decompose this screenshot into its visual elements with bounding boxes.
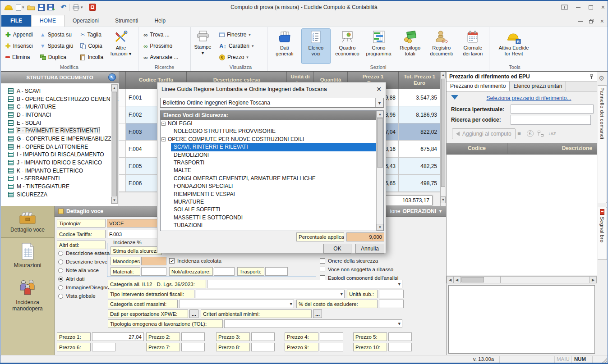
giornale-lavori-button[interactable]: Giornale dei lavori [458, 29, 487, 64]
tree-item[interactable]: I - IMPIANTO DI RISCALDAMENTO [8, 151, 119, 159]
prezzo4-field[interactable] [320, 332, 343, 341]
scroll-up-icon[interactable]: ▲ [441, 72, 446, 78]
tree-item[interactable]: SICUREZZA [8, 191, 119, 199]
tol-dropdown[interactable] [224, 319, 402, 328]
doc-restore-button[interactable] [589, 19, 594, 23]
sposta-su-button[interactable]: ▲Sposta su [38, 30, 76, 40]
scroll-thumb[interactable] [112, 92, 117, 196]
taglia-button[interactable]: ✂Taglia [78, 30, 106, 40]
incolla-button[interactable]: Incolla [78, 52, 106, 62]
prezzo8-field[interactable] [251, 343, 275, 351]
radio-note-alla-voce[interactable]: Note alla voce [58, 268, 99, 273]
combo-dropdown-icon[interactable]: ▼ [375, 98, 383, 107]
col-codice[interactable]: Codice [447, 143, 507, 155]
ok-button[interactable]: OK [323, 244, 351, 254]
prezzario-hscrollbar[interactable]: ◀ ◀ [447, 276, 501, 283]
list-item[interactable]: MASSETTI E SOTTOFONDI [161, 214, 376, 222]
percentuale-field[interactable]: 9,000 [346, 232, 384, 241]
scroll-left-icon2[interactable]: ◀ [454, 277, 461, 283]
ricerca-ipertestuale-input[interactable] [511, 105, 594, 114]
collapse-node-icon[interactable]: − [161, 122, 166, 126]
tab-operazioni[interactable]: Operazioni [64, 15, 107, 27]
costo-escludere-field[interactable] [379, 300, 404, 308]
close-button[interactable]: × [601, 4, 605, 10]
noli-field[interactable] [214, 267, 235, 276]
tree-item[interactable]: C - MURATURE [8, 103, 119, 111]
tab-help[interactable]: Help [146, 15, 174, 27]
prezzo-button[interactable]: €Prezzo▾ [217, 52, 256, 62]
doc-close-button[interactable]: × [600, 18, 604, 24]
scroll-right-icon[interactable]: ▶ [590, 277, 596, 283]
trasporti-field[interactable] [265, 267, 288, 276]
criteri-ambientali-button[interactable]: ... [313, 309, 322, 318]
tipo-intervento-dropdown[interactable] [196, 290, 345, 298]
riepilogo-totali-button[interactable]: Riepilogo totali [396, 29, 424, 64]
misurazioni-nav[interactable]: Misurazioni [1, 238, 54, 268]
price-coins-icon[interactable]: € [527, 130, 534, 137]
prezzario-hscrollbar-track[interactable]: ▶ [501, 276, 597, 283]
open-button[interactable] [27, 5, 35, 10]
tree-item-selected[interactable]: F - PAVIMENTI E RIVESTIMENTI [8, 127, 119, 135]
scroll-thumb[interactable] [461, 277, 484, 282]
onere-sicurezza-checkbox[interactable]: Onere della sicurezza [320, 258, 378, 264]
list-item[interactable]: −NOLEGGI [161, 120, 376, 127]
list-item[interactable]: MURATURE [161, 198, 376, 206]
save-button[interactable] [38, 4, 45, 11]
tree-item[interactable]: J - IMPIANTO IDRICO E SCARICO [8, 159, 119, 167]
quadro-economico-button[interactable]: Quadro economico [333, 29, 362, 64]
operazioni-bar[interactable]: ione OPERAZIONI ▼ [390, 208, 442, 214]
voce-non-soggetta-checkbox[interactable]: Voce non soggetta a ribasso [320, 267, 393, 272]
list-scrollbar[interactable]: ▲ ▼ [376, 111, 383, 231]
list-item[interactable]: −OPERE COMPIUTE PER NUOVE COSTRUZIONI ED… [161, 136, 376, 143]
prezzo3-field[interactable] [251, 332, 275, 341]
radio-vista-globale[interactable]: Vista globale [58, 293, 96, 299]
finestre-button[interactable]: Finestre▾ [217, 30, 256, 40]
maximize-button[interactable] [589, 5, 593, 9]
new-file-button[interactable]: ▾ [16, 4, 24, 11]
inserisci-button[interactable]: ✚Inserisci [3, 41, 35, 51]
list-item[interactable]: TRASPORTI [161, 159, 376, 167]
tree-item[interactable]: E - SOLAI [8, 119, 119, 127]
unita-sub-field[interactable] [379, 290, 404, 298]
tab-strumenti[interactable]: Strumenti [107, 15, 146, 27]
col-tot-prezzo1[interactable]: Tot. Prezzo 1 Euro [399, 72, 440, 89]
prezzo5-field[interactable] [388, 332, 412, 341]
manodopera-field[interactable] [141, 257, 166, 265]
prossimo-button[interactable]: ∞Prossimo [141, 41, 180, 51]
print-button[interactable]: ▾ [72, 4, 83, 11]
radio-immagine-disegno[interactable]: Immagine/Disegno [58, 285, 109, 290]
tree-item[interactable]: B - OPERE CALCESTRUZZO CEMENTIZ [8, 95, 119, 103]
tab-file[interactable]: FILE [1, 15, 31, 27]
duplica-button[interactable]: Duplica [38, 52, 76, 62]
registro-documenti-button[interactable]: Registro documenti [427, 29, 456, 64]
list-item-selected[interactable]: SCAVI, RINTERRI E RILEVATI [171, 143, 376, 151]
incidenza-calcolata-checkbox[interactable]: ✔Incidenza calcolata [169, 258, 221, 264]
doc-minimize-button[interactable] [578, 21, 583, 22]
prezzario-grid-body[interactable] [447, 155, 597, 275]
tree-item[interactable]: H - OPERE DA LATTONIERE [8, 143, 119, 151]
copia-button[interactable]: Copia [78, 41, 106, 51]
radio-descrizione-estesa[interactable]: Descrizione estesa [58, 250, 110, 256]
pin-window-icon[interactable] [561, 5, 568, 10]
dialog-close-icon[interactable]: ✕ [376, 86, 382, 93]
expand-triangle-icon[interactable] [451, 95, 458, 100]
tree-item[interactable]: D - INTONACI [8, 111, 119, 119]
sposta-giu-button[interactable]: ▼Sposta giù [38, 41, 76, 51]
crono-programma-button[interactable]: Crono programma [364, 29, 393, 64]
collapse-node-icon[interactable]: − [161, 137, 166, 141]
tab-home[interactable]: HOME [31, 15, 64, 27]
scroll-down-icon[interactable]: ▼ [441, 196, 446, 203]
tab-prezzario-riferimento[interactable]: Prezzario di riferimento [447, 82, 510, 91]
prezzo6-field[interactable] [92, 343, 115, 351]
dati-xpwe-button[interactable]: ... [189, 309, 198, 318]
trova-button[interactable]: ∞Trova ... [141, 30, 180, 40]
dati-generali-button[interactable]: Dati generali [270, 29, 299, 64]
undo-button[interactable]: ↶ [61, 3, 67, 11]
collapse-panel-button[interactable]: ↖ [108, 73, 116, 81]
resize-grip[interactable] [601, 357, 607, 363]
list-item[interactable]: DEMOLIZIONI [161, 151, 376, 159]
list-item[interactable]: CONGLOMERATI CEMENTIZI, ARMATURE METALLI… [161, 175, 376, 182]
elenco-voci-button[interactable]: Elenco voci [302, 29, 331, 64]
scroll-down-icon[interactable]: ▼ [377, 224, 383, 231]
list-item[interactable]: NOLEGGIO STRUTTURE PROVVISORIE [161, 127, 376, 135]
